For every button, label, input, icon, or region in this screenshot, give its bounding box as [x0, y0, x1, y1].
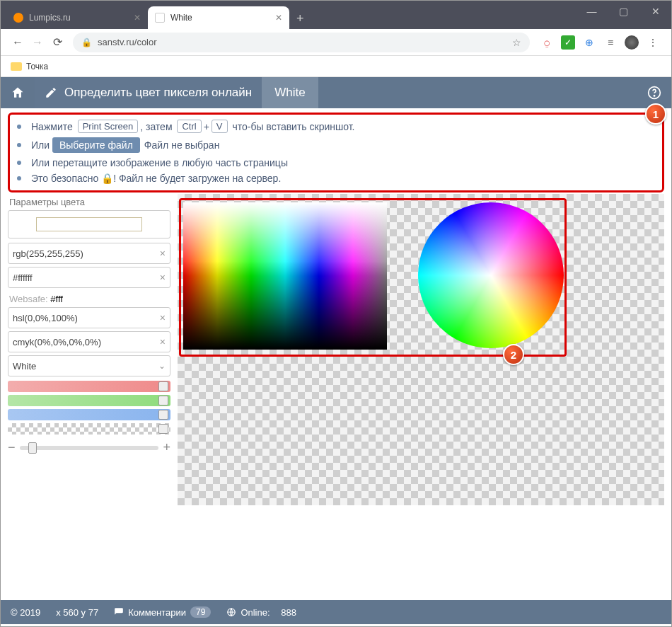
- instructions-panel: 1 Нажмите Print Screen , затем Ctrl + V …: [8, 113, 664, 192]
- color-name-select[interactable]: White ⌄: [8, 355, 170, 376]
- params-title: Параметры цвета: [8, 194, 170, 210]
- slider-blue[interactable]: [8, 409, 170, 420]
- slider-thumb[interactable]: [158, 410, 168, 420]
- lock-icon: 🔒: [101, 173, 113, 184]
- hex-input[interactable]: #ffffff ×: [8, 267, 170, 288]
- favicon-lumpics: [13, 13, 23, 23]
- rgb-value: rgb(255,255,255): [13, 248, 83, 259]
- address-bar[interactable]: 🔒 sanstv.ru/color ☆: [73, 33, 530, 52]
- svg-point-1: [654, 96, 654, 96]
- slider-red[interactable]: [8, 381, 170, 392]
- text: Или: [31, 139, 50, 151]
- slider-thumb[interactable]: [158, 381, 168, 391]
- home-icon: [11, 86, 25, 100]
- home-button[interactable]: [1, 77, 35, 108]
- close-icon[interactable]: ✕: [134, 13, 141, 23]
- pixel-coords: x 560 y 77: [56, 607, 98, 618]
- cmyk-input[interactable]: cmyk(0%,0%,0%,0%) ×: [8, 331, 170, 352]
- color-name-value: White: [13, 361, 36, 372]
- hsl-value: hsl(0,0%,100%): [13, 313, 78, 323]
- bullet-icon: [17, 143, 21, 147]
- text: Или перетащите изображение в любую часть…: [31, 157, 288, 168]
- site-slogan-area: Определить цвет пикселя онлайн: [35, 77, 262, 108]
- slider-thumb[interactable]: [158, 424, 168, 434]
- clear-icon[interactable]: ×: [160, 336, 166, 347]
- color-swatch: [8, 210, 170, 238]
- site-slogan: Определить цвет пикселя онлайн: [64, 86, 252, 100]
- globe-icon: [226, 607, 236, 617]
- minimize-button[interactable]: —: [576, 1, 608, 22]
- websafe-label: Websafe:: [9, 294, 48, 304]
- site-header: Определить цвет пикселя онлайн White: [1, 77, 671, 108]
- header-color-name: White: [262, 77, 318, 108]
- text: что-бы вставить скриншот.: [232, 121, 354, 132]
- maximize-button[interactable]: ▢: [608, 1, 639, 22]
- close-window-button[interactable]: ✕: [639, 1, 671, 22]
- clear-icon[interactable]: ×: [160, 272, 166, 283]
- canvas-area: 2: [178, 194, 664, 505]
- slider-green[interactable]: [8, 395, 170, 406]
- tab-title: White: [170, 13, 192, 23]
- online-label: Online:: [241, 607, 270, 618]
- swatch-inner: [36, 217, 142, 231]
- clear-icon[interactable]: ×: [160, 248, 166, 259]
- bullet-icon: [17, 125, 21, 129]
- new-tab-button[interactable]: +: [296, 11, 304, 26]
- annotation-badge-wrap: 2: [179, 198, 567, 357]
- extension-globe-icon[interactable]: ⊕: [582, 35, 596, 50]
- extension-adblock-icon[interactable]: ⍜: [540, 35, 554, 50]
- bookmark-folder[interactable]: Точка: [26, 62, 48, 71]
- color-name-text: White: [274, 86, 305, 100]
- browser-tab-active[interactable]: White ✕: [148, 6, 289, 29]
- extension-list-icon[interactable]: ≡: [603, 35, 618, 50]
- browser-titlebar: Lumpics.ru ✕ White ✕ + — ▢ ✕: [1, 1, 671, 29]
- key-v: V: [212, 120, 228, 133]
- text: Нажмите: [31, 121, 73, 132]
- copyright: © 2019: [11, 607, 40, 618]
- favicon-page: [155, 13, 165, 23]
- browser-tab-inactive[interactable]: Lumpics.ru ✕: [6, 6, 148, 29]
- choose-file-button[interactable]: Выберите файл: [52, 137, 140, 153]
- slider-thumb[interactable]: [158, 396, 168, 405]
- color-params-panel: Параметры цвета rgb(255,255,255) × #ffff…: [8, 194, 170, 505]
- zoom-in-button[interactable]: +: [163, 440, 170, 455]
- slider-thumb[interactable]: [28, 442, 37, 454]
- zoom-row: − +: [8, 437, 170, 458]
- tab-title: Lumpics.ru: [29, 13, 71, 23]
- back-button[interactable]: ←: [8, 33, 28, 52]
- comments-label: Комментарии: [128, 607, 186, 618]
- slider-alpha[interactable]: [8, 423, 170, 435]
- zoom-slider[interactable]: [20, 446, 159, 450]
- key-ctrl: Ctrl: [177, 120, 201, 133]
- comments-count: 79: [190, 606, 211, 618]
- instruction-line-3: Или перетащите изображение в любую часть…: [17, 155, 655, 171]
- browser-toolbar: ← → ⟳ 🔒 sanstv.ru/color ☆ ⍜ ✓ ⊕ ≡ ⋮: [1, 29, 671, 56]
- clear-icon[interactable]: ×: [160, 312, 166, 323]
- instruction-line-4: Это безопасно 🔒 ! Файл не будет загружен…: [17, 171, 655, 186]
- online-count: Online: 888: [226, 607, 296, 618]
- online-value: 888: [281, 607, 296, 618]
- forward-button[interactable]: →: [28, 33, 47, 52]
- image-canvas[interactable]: 2: [178, 194, 664, 505]
- reload-button[interactable]: ⟳: [47, 33, 67, 52]
- zoom-out-button[interactable]: −: [8, 440, 16, 455]
- browser-menu-button[interactable]: ⋮: [646, 35, 660, 50]
- instruction-line-1: Нажмите Print Screen , затем Ctrl + V чт…: [17, 117, 655, 135]
- annotation-badge-1: 1: [645, 103, 666, 125]
- close-icon[interactable]: ✕: [275, 13, 282, 23]
- text: +: [204, 121, 209, 132]
- instruction-line-2: Или Выберите файл Файл не выбран: [17, 135, 655, 155]
- bookmark-star-icon[interactable]: ☆: [512, 37, 521, 48]
- hsl-input[interactable]: hsl(0,0%,100%) ×: [8, 307, 170, 328]
- help-icon: [647, 86, 661, 100]
- window-controls: — ▢ ✕: [576, 1, 671, 22]
- annotation-badge-2: 2: [503, 344, 524, 365]
- rgb-input[interactable]: rgb(255,255,255) ×: [8, 243, 170, 264]
- comments-link[interactable]: Комментарии 79: [114, 606, 211, 618]
- extensions: ⍜ ✓ ⊕ ≡ ⋮: [535, 35, 664, 50]
- extension-check-icon[interactable]: ✓: [561, 35, 575, 50]
- file-status-text: Файл не выбран: [144, 139, 220, 151]
- chevron-down-icon: ⌄: [158, 361, 166, 371]
- profile-avatar[interactable]: [625, 35, 639, 50]
- bookmarks-bar: Точка: [1, 56, 671, 77]
